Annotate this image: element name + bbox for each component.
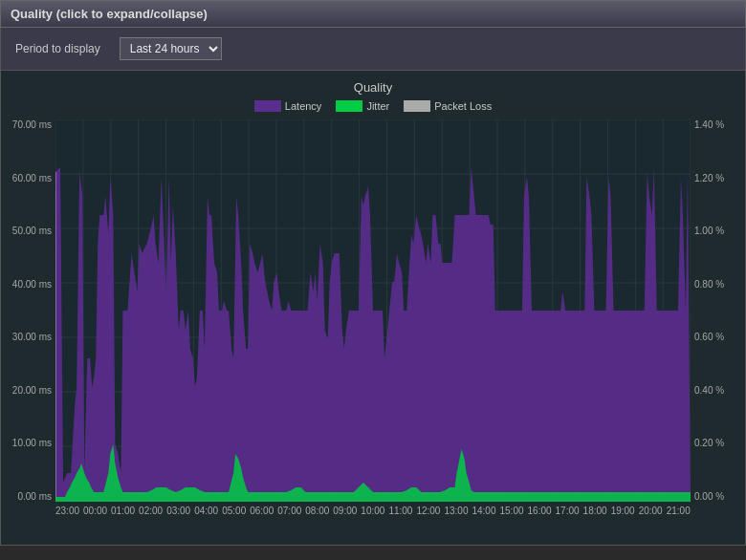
panel: Quality (click to expand/collapse) Perio… [0,0,746,546]
legend-jitter-label: Jitter [366,100,389,112]
chart-title: Quality [6,80,740,95]
chart-area: 70.00 ms 60.00 ms 50.00 ms 40.00 ms 30.0… [6,119,740,502]
legend-packet-loss: Packet Loss [404,100,492,112]
legend: Latency Jitter Packet Loss [6,100,740,112]
legend-jitter-box [336,100,362,112]
legend-packet-loss-box [404,100,430,112]
y-axis-left: 70.00 ms 60.00 ms 50.00 ms 40.00 ms 30.0… [6,119,55,502]
legend-latency: Latency [254,100,322,112]
controls-bar: Period to display Last 24 hours Last 7 d… [0,28,746,71]
chart-container: Quality Latency Jitter Packet Loss 70.00… [0,71,746,546]
y-axis-right: 1.40 % 1.20 % 1.00 % 0.80 % 0.60 % 0.40 … [691,119,740,502]
legend-packet-loss-label: Packet Loss [434,100,492,112]
period-label: Period to display [15,42,100,55]
legend-latency-box [254,100,281,112]
chart-svg [55,119,691,502]
period-select[interactable]: Last 24 hours Last 7 days Last 30 days [120,37,222,60]
legend-jitter: Jitter [336,100,389,112]
panel-header[interactable]: Quality (click to expand/collapse) [0,0,746,28]
x-axis: 23:00 00:00 01:00 02:00 03:00 04:00 05:0… [55,502,691,516]
legend-latency-label: Latency [285,100,322,112]
